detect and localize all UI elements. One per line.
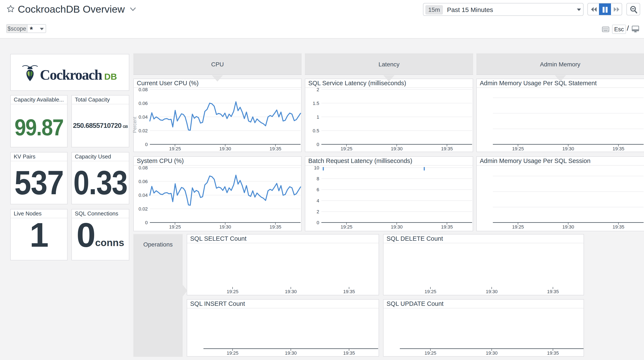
svg-text:0.06: 0.06 (138, 179, 148, 184)
svg-text:19:35: 19:35 (441, 146, 453, 151)
svg-text:19:35: 19:35 (343, 289, 355, 294)
svg-text:19:30: 19:30 (391, 146, 402, 151)
svg-text:1.5: 1.5 (312, 101, 319, 106)
svg-text:19:35: 19:35 (343, 350, 355, 356)
svg-text:0: 0 (145, 220, 148, 225)
svg-text:0: 0 (317, 220, 319, 225)
svg-text:19:30: 19:30 (486, 350, 498, 356)
svg-text:19:25: 19:25 (512, 224, 524, 230)
svg-text:19:35: 19:35 (441, 224, 453, 230)
svg-text:0.08: 0.08 (138, 165, 148, 170)
svg-text:19:30: 19:30 (285, 350, 297, 356)
svg-text:19:30: 19:30 (562, 146, 574, 151)
svg-text:19:35: 19:35 (547, 289, 559, 294)
svg-text:0.04: 0.04 (138, 193, 148, 198)
svg-text:19:30: 19:30 (219, 224, 231, 230)
svg-text:2: 2 (317, 209, 319, 214)
svg-text:19:25: 19:25 (424, 289, 436, 294)
svg-text:19:35: 19:35 (270, 224, 281, 230)
svg-text:19:25: 19:25 (226, 289, 238, 294)
svg-text:6: 6 (317, 187, 319, 192)
svg-text:19:25: 19:25 (512, 146, 524, 151)
svg-text:19:30: 19:30 (219, 146, 231, 151)
svg-text:19:30: 19:30 (486, 289, 498, 294)
svg-text:19:35: 19:35 (270, 146, 281, 151)
svg-text:19:25: 19:25 (169, 224, 181, 230)
svg-text:19:25: 19:25 (169, 146, 181, 151)
svg-text:19:35: 19:35 (612, 224, 624, 230)
svg-text:0.02: 0.02 (138, 206, 148, 212)
svg-text:0.08: 0.08 (138, 87, 148, 92)
svg-text:19:35: 19:35 (612, 146, 624, 151)
svg-text:19:30: 19:30 (285, 289, 297, 294)
svg-text:0.04: 0.04 (138, 114, 148, 120)
svg-text:1: 1 (317, 114, 319, 120)
svg-text:0: 0 (145, 142, 148, 147)
svg-text:10: 10 (314, 165, 319, 170)
svg-text:19:30: 19:30 (391, 224, 402, 230)
svg-text:0.5: 0.5 (312, 128, 319, 133)
svg-text:4: 4 (317, 198, 319, 203)
svg-text:19:25: 19:25 (341, 146, 352, 151)
svg-text:19:25: 19:25 (424, 350, 436, 356)
svg-text:0: 0 (317, 142, 319, 147)
svg-text:19:25: 19:25 (226, 350, 238, 356)
svg-text:19:30: 19:30 (562, 224, 574, 230)
svg-text:19:35: 19:35 (547, 350, 559, 356)
svg-text:2: 2 (317, 87, 319, 92)
svg-text:0.06: 0.06 (138, 101, 148, 106)
svg-text:19:25: 19:25 (341, 224, 352, 230)
svg-text:8: 8 (317, 176, 319, 181)
svg-text:0.02: 0.02 (138, 128, 148, 133)
